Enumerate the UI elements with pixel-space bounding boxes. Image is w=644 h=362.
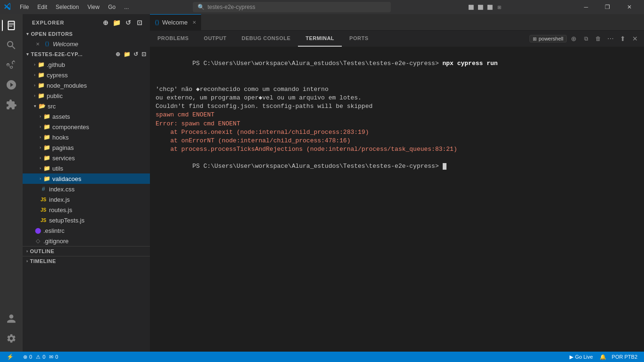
folder-chevron: › bbox=[40, 124, 41, 129]
menu-go[interactable]: Go bbox=[104, 3, 119, 11]
activity-extensions[interactable] bbox=[2, 95, 21, 114]
close-icon[interactable]: ✕ bbox=[34, 41, 41, 47]
project-refresh-icon[interactable]: ↺ bbox=[133, 51, 139, 58]
open-editors-section[interactable]: ▾ Open Editors bbox=[23, 29, 150, 39]
status-right: ▶ Go Live 🔔 POR PTB2 bbox=[566, 352, 640, 362]
timeline-label: Timeline bbox=[30, 258, 56, 264]
activity-source-control[interactable] bbox=[2, 56, 21, 74]
new-terminal-icon[interactable]: ⊕ bbox=[569, 33, 579, 44]
info-icon: ✉ bbox=[49, 354, 53, 360]
panel-tab-spacer bbox=[376, 31, 526, 47]
window-controls: ─ ❐ ✕ bbox=[575, 0, 640, 14]
refresh-explorer-icon[interactable]: ↺ bbox=[124, 18, 133, 27]
git-icon: ◇ bbox=[34, 238, 41, 244]
outline-header[interactable]: › Outline bbox=[23, 247, 150, 256]
more-panel-actions-icon[interactable]: ⋯ bbox=[605, 33, 616, 44]
powershell-icon: ⊞ bbox=[533, 36, 537, 41]
menu-edit[interactable]: Edit bbox=[33, 3, 51, 11]
go-live-button[interactable]: ▶ Go Live bbox=[566, 354, 597, 360]
file-node-modules[interactable]: › 📁 node_modules bbox=[23, 80, 150, 90]
file-setuptests-js-name: setupTests.js bbox=[49, 217, 84, 224]
collapse-all-icon[interactable]: ⊡ bbox=[135, 18, 144, 27]
project-section[interactable]: ▾ TESTES-E2E-CYP... ⊕ 📁 ↺ ⊡ bbox=[23, 49, 150, 59]
content-area: ⟨⟩ Welcome ✕ PROBLEMS OUTPUT DEBUG CONSO… bbox=[150, 14, 644, 352]
folder-chevron: › bbox=[40, 156, 41, 160]
menu-view[interactable]: View bbox=[83, 3, 103, 11]
file-src[interactable]: ▾ 📂 src bbox=[23, 101, 150, 111]
file-utils[interactable]: › 📁 utils bbox=[23, 163, 150, 173]
tab-output[interactable]: OUTPUT bbox=[196, 31, 234, 47]
language-indicator[interactable]: POR PTB2 bbox=[609, 352, 640, 362]
folder-icon: 📁 bbox=[43, 165, 50, 172]
close-panel-icon[interactable]: ✕ bbox=[630, 33, 640, 44]
toggle-primary-sidebar-icon[interactable]: ⬜ bbox=[467, 3, 475, 11]
project-newfolder-icon[interactable]: 📁 bbox=[124, 51, 131, 58]
sidebar-header: Explorer ⊕ 📁 ↺ ⊡ bbox=[23, 14, 150, 29]
toggle-secondary-sidebar-icon[interactable]: ⬜ bbox=[486, 3, 494, 11]
status-bar: ⚡ ⊗ 0 ⚠ 0 ✉ 0 ▶ Go Live 🔔 POR PTB2 bbox=[0, 352, 644, 362]
restore-button[interactable]: ❐ bbox=[597, 0, 619, 14]
folder-icon: 📁 bbox=[43, 144, 50, 151]
errors-indicator[interactable]: ⊗ 0 ⚠ 0 ✉ 0 bbox=[20, 352, 61, 362]
terminal-line-5: Couldn't find tsconfig.json. tsconfig-pa… bbox=[156, 102, 638, 111]
close-button[interactable]: ✕ bbox=[619, 0, 640, 14]
file-index-js[interactable]: JS index.js bbox=[23, 194, 150, 205]
file-gitignore[interactable]: ◇ .gitignore bbox=[23, 236, 150, 246]
file-services[interactable]: › 📁 services bbox=[23, 153, 150, 163]
minimize-button[interactable]: ─ bbox=[575, 0, 597, 14]
menu-more[interactable]: ... bbox=[120, 3, 132, 11]
file-assets[interactable]: › 📁 assets bbox=[23, 111, 150, 122]
outline-chevron: › bbox=[26, 249, 28, 254]
tab-debug-console[interactable]: DEBUG CONSOLE bbox=[234, 31, 298, 47]
go-live-icon: ▶ bbox=[570, 354, 573, 360]
file-componentes[interactable]: › 📁 componentes bbox=[23, 122, 150, 132]
project-newfile-icon[interactable]: ⊕ bbox=[116, 51, 121, 58]
file-paginas[interactable]: › 📁 paginas bbox=[23, 142, 150, 153]
menu-selection[interactable]: Selection bbox=[52, 3, 83, 11]
folder-chevron: › bbox=[40, 135, 41, 140]
sidebar: Explorer ⊕ 📁 ↺ ⊡ ▾ Open Editors ✕ ⟨⟩ Wel… bbox=[23, 14, 150, 352]
file-github[interactable]: › 📁 .github bbox=[23, 59, 150, 70]
folder-open-icon: 📂 bbox=[38, 103, 46, 109]
tab-welcome[interactable]: ⟨⟩ Welcome ✕ bbox=[150, 14, 201, 30]
kill-terminal-icon[interactable]: 🗑 bbox=[593, 33, 603, 44]
activity-account[interactable] bbox=[2, 309, 21, 328]
activity-explorer[interactable] bbox=[2, 16, 21, 35]
maximize-panel-icon[interactable]: ⬆ bbox=[618, 33, 628, 44]
project-collapse-icon[interactable]: ⊡ bbox=[141, 51, 147, 58]
split-terminal-icon[interactable]: ⧉ bbox=[581, 33, 591, 44]
customize-layout-icon[interactable]: ⊞ bbox=[495, 3, 503, 11]
open-editor-welcome[interactable]: ✕ ⟨⟩ Welcome bbox=[23, 39, 150, 49]
toggle-bottom-panel-icon[interactable]: ⬜ bbox=[477, 3, 484, 11]
folder-chevron: › bbox=[34, 73, 35, 77]
tab-close-icon[interactable]: ✕ bbox=[192, 20, 196, 25]
file-setuptests-js[interactable]: JS setupTests.js bbox=[23, 215, 150, 225]
file-routes-js[interactable]: JS routes.js bbox=[23, 205, 150, 215]
new-file-icon[interactable]: ⊕ bbox=[101, 18, 110, 27]
activity-search[interactable] bbox=[2, 36, 21, 55]
folder-chevron: › bbox=[34, 93, 35, 98]
file-index-css[interactable]: # index.css bbox=[23, 184, 150, 194]
activity-settings[interactable] bbox=[2, 329, 21, 348]
new-folder-icon[interactable]: 📁 bbox=[112, 18, 122, 27]
notification-bell[interactable]: 🔔 bbox=[597, 352, 609, 362]
activity-run-debug[interactable] bbox=[2, 75, 21, 94]
tab-ports[interactable]: PORTS bbox=[342, 31, 376, 47]
folder-chevron: › bbox=[40, 145, 41, 150]
menu-file[interactable]: File bbox=[16, 3, 33, 11]
timeline-header[interactable]: › Timeline bbox=[23, 256, 150, 266]
activity-bottom bbox=[2, 309, 21, 352]
file-validacoes[interactable]: › 📁 validacoes bbox=[23, 173, 150, 184]
tab-problems[interactable]: PROBLEMS bbox=[150, 31, 196, 47]
hash-icon: # bbox=[40, 186, 47, 192]
terminal-shell-name: powershell bbox=[538, 36, 563, 41]
terminal-content[interactable]: PS C:\Users\User\workspace\Alura_estudos… bbox=[150, 47, 644, 352]
file-eslintrc[interactable]: ⬤ .eslintrc bbox=[23, 225, 150, 236]
title-search-bar[interactable]: 🔍 testes-e2e-cypress bbox=[193, 2, 391, 12]
file-services-name: services bbox=[52, 155, 75, 162]
file-hooks[interactable]: › 📁 hooks bbox=[23, 132, 150, 142]
remote-indicator[interactable]: ⚡ bbox=[4, 352, 17, 362]
file-public[interactable]: › 📁 public bbox=[23, 90, 150, 101]
file-cypress[interactable]: › 📁 cypress bbox=[23, 70, 150, 80]
tab-terminal[interactable]: TERMINAL bbox=[298, 31, 342, 47]
